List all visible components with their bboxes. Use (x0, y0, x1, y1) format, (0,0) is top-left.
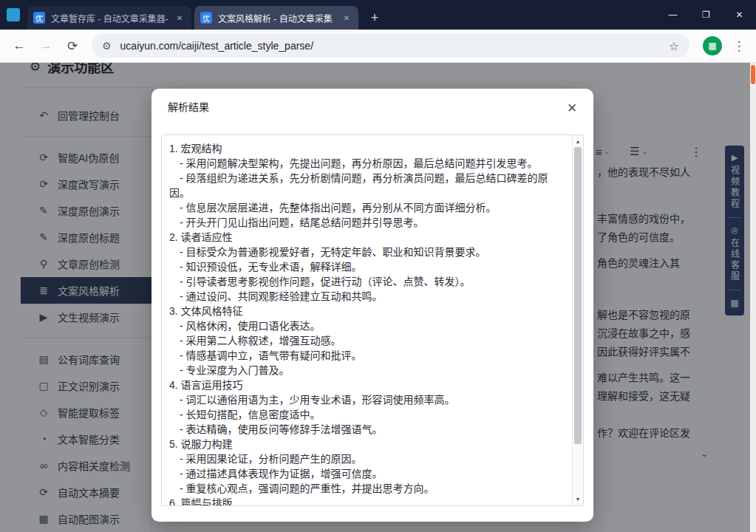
result-line: - 表达精确，使用反问等修辞手法增强语气。 (169, 422, 567, 437)
result-line: - 知识预设低，无专业术语，解释详细。 (169, 259, 567, 274)
window-controls: — ❐ ✕ (656, 0, 756, 30)
modal-header: 解析结果 (151, 89, 593, 124)
result-line: - 长短句搭配，信息密度适中。 (169, 407, 567, 422)
result-line: 6. 篇幅与排版 (169, 496, 567, 505)
tab-style-parse[interactable]: 优 文案风格解析 - 自动文章采集 ✕ (194, 6, 358, 30)
result-line: 1. 宏观结构 (169, 141, 567, 156)
result-line: - 采用问题解决型架构，先提出问题，再分析原因，最后总结问题并引发思考。 (169, 156, 567, 171)
page-scrollbar[interactable] (750, 63, 756, 532)
result-line: - 通过描述具体表现作为证据，增强可信度。 (169, 466, 567, 481)
result-line: - 重复核心观点，强调问题的严重性，并提出思考方向。 (169, 481, 567, 496)
result-line: - 信息层次层层递进，先整体指出问题，再分别从不同方面详细分析。 (169, 200, 567, 215)
profile-avatar[interactable]: ▦ (703, 36, 722, 55)
modal-scrollbar-thumb[interactable] (574, 147, 582, 444)
result-line: - 词汇以通俗用语为主，少用专业术语，形容词使用频率高。 (169, 392, 567, 407)
tab-favicon-icon: 优 (200, 12, 212, 24)
result-line: 5. 说服力构建 (169, 437, 567, 451)
modal-title: 解析结果 (168, 99, 209, 114)
close-button[interactable]: ✕ (723, 0, 756, 30)
result-line: - 段落组织为递进关系，先分析剧情问题，再分析演员问题，最后总结口碑差的原因。 (169, 171, 567, 200)
result-line: 2. 读者适应性 (169, 230, 567, 245)
navigation-bar: ← → ⟳ ⚙ ucaiyun.com/caiji/test_article_s… (0, 30, 756, 63)
tab-title: 文案风格解析 - 自动文章采集 (218, 12, 336, 24)
result-line: - 通过设问、共同观影经验建立互动和共鸣。 (169, 289, 567, 304)
result-line: - 采用第二人称叙述，增强互动感。 (169, 333, 567, 348)
page-scrollbar-thumb[interactable] (751, 65, 755, 84)
minimize-button[interactable]: — (656, 0, 689, 30)
result-line: - 采用因果论证，分析问题产生的原因。 (169, 451, 567, 466)
result-line: - 专业深度为入门普及。 (169, 363, 567, 378)
tab-title: 文章暂存库 - 自动文章采集器- (51, 12, 169, 24)
back-icon[interactable]: ← (7, 34, 31, 58)
result-line: - 情感基调中立，语气带有疑问和批评。 (169, 348, 567, 363)
tab-close-icon[interactable]: ✕ (341, 12, 353, 24)
result-line: 4. 语言运用技巧 (169, 378, 567, 392)
reload-icon[interactable]: ⟳ (61, 34, 84, 58)
result-line: - 开头开门见山指出问题，结尾总结问题并引导思考。 (169, 215, 567, 230)
result-line: - 引导读者思考影视创作问题，促进行动（评论、点赞、转发）。 (169, 274, 567, 289)
modal-scrollbar[interactable]: ▲ ▼ (572, 135, 583, 505)
forward-icon[interactable]: → (34, 34, 58, 58)
new-tab-button[interactable]: + (364, 7, 385, 28)
tab-close-icon[interactable]: ✕ (174, 12, 185, 24)
parse-result-modal: 解析结果 ✕ 1. 宏观结构- 采用问题解决型架构，先提出问题，再分析原因，最后… (151, 89, 593, 522)
result-line: - 目标受众为普通影视爱好者，无特定年龄、职业和知识背景要求。 (169, 245, 567, 259)
result-box: 1. 宏观结构- 采用问题解决型架构，先提出问题，再分析原因，最后总结问题并引发… (161, 134, 584, 506)
result-line: - 风格休闲，使用口语化表达。 (169, 318, 567, 333)
url-bar[interactable]: ⚙ ucaiyun.com/caiji/test_article_style_p… (92, 34, 689, 58)
scrollbar-up-icon[interactable]: ▲ (573, 136, 583, 147)
modal-close-icon[interactable]: ✕ (562, 98, 582, 117)
maximize-button[interactable]: ❐ (689, 0, 723, 30)
app-icon (7, 8, 20, 21)
site-settings-icon[interactable]: ⚙ (102, 40, 112, 52)
tab-bar: 优 文章暂存库 - 自动文章采集器- ✕ 优 文案风格解析 - 自动文章采集 ✕… (0, 0, 756, 30)
bookmark-star-icon[interactable]: ☆ (669, 39, 679, 53)
browser-menu-icon[interactable]: ⋮ (728, 38, 750, 54)
url-text: ucaiyun.com/caiji/test_article_style_par… (120, 40, 669, 52)
tab-favicon-icon: 优 (33, 12, 45, 24)
result-line: 3. 文体风格特征 (169, 304, 567, 318)
tab-article-store[interactable]: 优 文章暂存库 - 自动文章采集器- ✕ (27, 6, 191, 30)
modal-lines: 1. 宏观结构- 采用问题解决型架构，先提出问题，再分析原因，最后总结问题并引发… (162, 135, 571, 505)
scrollbar-down-icon[interactable]: ▼ (573, 494, 583, 505)
